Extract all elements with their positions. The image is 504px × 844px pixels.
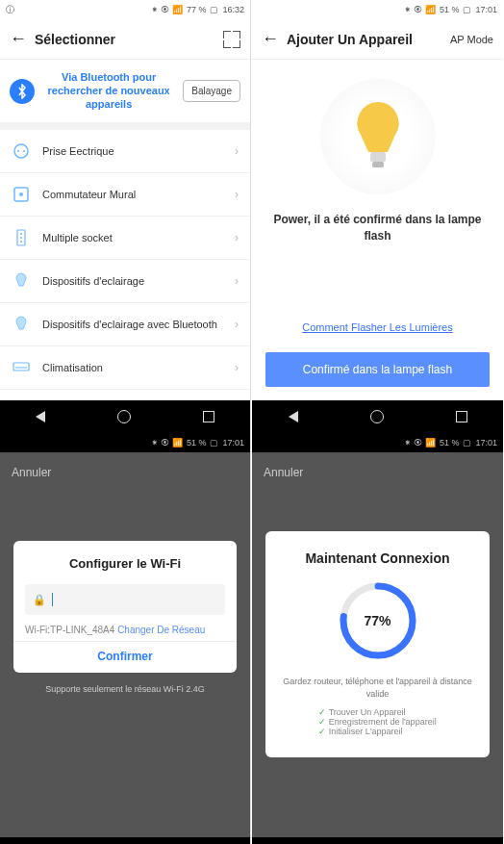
ap-mode-link[interactable]: AP Mode bbox=[444, 34, 493, 45]
svg-point-1 bbox=[17, 150, 19, 152]
android-navbar bbox=[252, 400, 503, 433]
scan-button[interactable]: Balayage bbox=[183, 80, 240, 102]
svg-point-0 bbox=[14, 144, 28, 158]
status-bar: ⁕ ⦿ 📶 51 %▢17:01 bbox=[252, 0, 503, 19]
chevron-right-icon: › bbox=[235, 361, 239, 374]
svg-rect-9 bbox=[13, 363, 29, 371]
connection-card: Maintenant Connexion 77% Gardez routeur,… bbox=[265, 531, 490, 757]
list-item[interactable]: Commutateur Mural› bbox=[0, 173, 250, 217]
nav-home-icon[interactable] bbox=[370, 410, 384, 423]
screen-connecting: ⁕ ⦿ 📶 51 %▢17:01 Annuler Maintenant Conn… bbox=[252, 433, 503, 844]
nav-recent-icon[interactable] bbox=[456, 411, 467, 422]
svg-point-2 bbox=[23, 150, 25, 152]
status-bar: ⁕ ⦿ 📶 51 %▢17:01 bbox=[0, 433, 250, 452]
list-item[interactable]: Dispositifs d'eclairage› bbox=[0, 260, 250, 303]
lock-icon: 🔒 bbox=[33, 594, 46, 606]
android-navbar bbox=[0, 837, 250, 844]
list-item[interactable]: Dispositifs d'eclairage avec Bluetooth› bbox=[0, 303, 250, 346]
confirm-text: Power, il a été confirmé dans la lampe f… bbox=[265, 212, 490, 244]
bluetooth-text: Via Bluetooth pour rechercher de nouveau… bbox=[42, 71, 175, 111]
change-network-link[interactable]: Changer De Réseau bbox=[117, 625, 205, 635]
chevron-right-icon: › bbox=[235, 188, 239, 201]
bulb-bt-icon bbox=[12, 315, 31, 334]
status-bar: ⓘ ⁕ ⦿ 📶 77 % ▢ 16:32 bbox=[0, 0, 250, 19]
bluetooth-banner: Via Bluetooth pour rechercher de nouveau… bbox=[0, 60, 250, 122]
page-title: Ajouter Un Appareil bbox=[287, 32, 444, 47]
back-icon[interactable]: ← bbox=[10, 29, 27, 49]
chevron-right-icon: › bbox=[235, 144, 239, 158]
wifi-card: Configurer le Wi-Fi 🔒 Wi-Fi:TP-LINK_48A4… bbox=[13, 541, 237, 673]
advice-text: Gardez routeur, téléphone et l'appareil … bbox=[279, 676, 476, 700]
step-item: Initialiser L'appareil bbox=[318, 727, 436, 736]
ac-icon bbox=[12, 358, 31, 377]
how-to-flash-link[interactable]: Comment Flasher Les Lumières bbox=[252, 308, 503, 346]
step-item: Trouver Un Appareil bbox=[318, 707, 436, 717]
progress-ring: 77% bbox=[337, 579, 419, 662]
chevron-right-icon: › bbox=[235, 274, 239, 288]
status-bar: ⁕ ⦿ 📶 51 %▢17:01 bbox=[252, 433, 503, 452]
back-icon[interactable]: ← bbox=[262, 29, 279, 49]
svg-rect-14 bbox=[372, 162, 384, 167]
bulb-icon bbox=[12, 271, 31, 291]
nav-home-icon[interactable] bbox=[117, 410, 131, 423]
nav-back-icon[interactable] bbox=[289, 411, 298, 422]
screen-select: ⓘ ⁕ ⦿ 📶 77 % ▢ 16:32 ← Sélectionner Via … bbox=[0, 0, 251, 433]
step-list: Trouver Un Appareil Enregistrement de l'… bbox=[318, 707, 436, 736]
svg-point-7 bbox=[20, 237, 22, 239]
step-item: Enregistrement de l'appareil bbox=[318, 717, 436, 727]
wifi-info: Wi-Fi:TP-LINK_48A4 Changer De Réseau bbox=[25, 625, 225, 635]
list-item[interactable]: Robot d'aspiration› bbox=[0, 390, 250, 400]
app-bar: ← Sélectionner bbox=[0, 19, 250, 60]
chevron-right-icon: › bbox=[235, 318, 239, 331]
page-title: Sélectionner bbox=[35, 32, 223, 47]
cancel-button[interactable]: Annuler bbox=[252, 452, 503, 493]
screen-wifi-config: ⁕ ⦿ 📶 51 %▢17:01 Annuler Configurer le W… bbox=[0, 433, 251, 844]
nav-back-icon[interactable] bbox=[36, 411, 45, 422]
nav-recent-icon[interactable] bbox=[203, 411, 214, 422]
confirm-button[interactable]: Confirmer bbox=[25, 642, 225, 663]
progress-percent: 77% bbox=[337, 579, 419, 662]
scan-icon[interactable] bbox=[223, 31, 240, 48]
svg-point-6 bbox=[20, 233, 22, 235]
svg-point-8 bbox=[20, 241, 22, 243]
svg-rect-13 bbox=[370, 152, 386, 162]
chevron-right-icon: › bbox=[235, 231, 239, 244]
list-item[interactable]: Climatisation› bbox=[0, 346, 250, 390]
cancel-button[interactable]: Annuler bbox=[0, 452, 250, 493]
wifi-hint: Supporte seulement le réseau Wi-Fi 2.4G bbox=[0, 684, 250, 694]
plug-icon bbox=[12, 141, 31, 161]
bluetooth-icon bbox=[10, 79, 35, 104]
app-bar: ← Ajouter Un Appareil AP Mode bbox=[252, 19, 503, 60]
switch-icon bbox=[12, 185, 31, 204]
list-item[interactable]: Prise Eectrique› bbox=[0, 130, 250, 173]
svg-point-4 bbox=[19, 192, 23, 196]
android-navbar bbox=[252, 837, 503, 844]
list-item[interactable]: Multiple socket› bbox=[0, 217, 250, 260]
android-navbar bbox=[0, 400, 250, 433]
power-strip-icon bbox=[12, 228, 31, 247]
bulb-illustration bbox=[320, 79, 436, 194]
card-title: Configurer le Wi-Fi bbox=[25, 556, 225, 571]
screen-add-device: ⁕ ⦿ 📶 51 %▢17:01 ← Ajouter Un Appareil A… bbox=[252, 0, 503, 433]
device-category-list: Prise Eectrique› Commutateur Mural› Mult… bbox=[0, 130, 250, 400]
confirm-flash-button[interactable]: Confirmé dans la lampe flash bbox=[265, 352, 490, 387]
connection-title: Maintenant Connexion bbox=[279, 550, 476, 566]
password-input[interactable]: 🔒 bbox=[25, 584, 225, 615]
